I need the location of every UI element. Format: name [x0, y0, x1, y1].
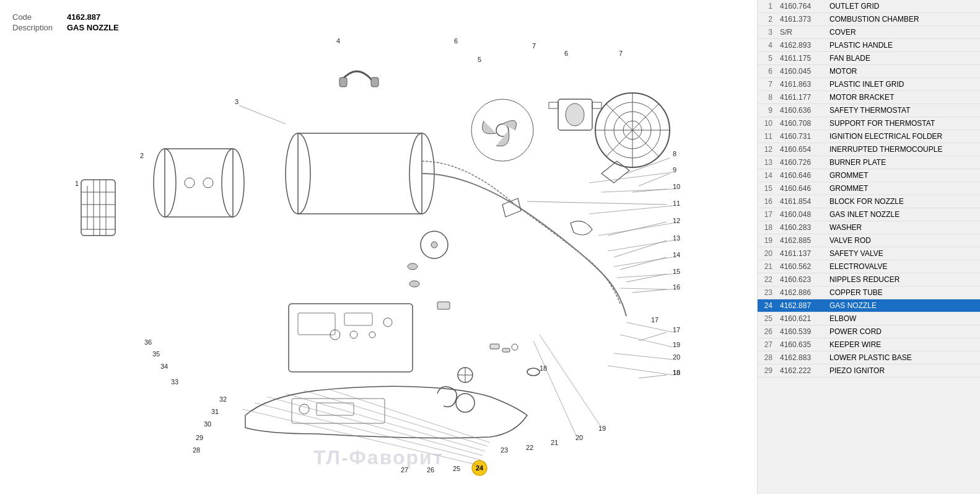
part-code: 4160.726 — [776, 156, 826, 169]
part-num: 14 — [758, 169, 776, 182]
table-row[interactable]: 5 4161.175 FAN BLADE — [758, 52, 980, 65]
table-row[interactable]: 29 4162.222 PIEZO IGNITOR — [758, 364, 980, 377]
part-desc: WASHER — [826, 221, 980, 234]
part-desc: OUTLET GRID — [826, 0, 980, 13]
part-num: 17 — [758, 208, 776, 221]
table-row[interactable]: 9 4160.636 SAFETY THERMOSTAT — [758, 104, 980, 117]
table-row[interactable]: 20 4161.137 SAFETY VALVE — [758, 247, 980, 260]
part-code: 4160.654 — [776, 143, 826, 156]
part-code: S/R — [776, 26, 826, 39]
table-row[interactable]: 10 4160.708 SUPPORT FOR THERMOSTAT — [758, 117, 980, 130]
table-row[interactable]: 21 4160.562 ELECTROVALVE — [758, 260, 980, 273]
part-desc: INERRUPTED THERMOCOUPLE — [826, 143, 980, 156]
part-code: 4160.623 — [776, 273, 826, 286]
table-row[interactable]: 7 4161.863 PLASTIC INLET GRID — [758, 78, 980, 91]
part-code: 4161.854 — [776, 195, 826, 208]
svg-rect-23 — [339, 77, 347, 87]
table-row[interactable]: 24 4162.887 GAS NOZZLE — [758, 299, 980, 312]
table-row[interactable]: 16 4161.854 BLOCK FOR NOZZLE — [758, 195, 980, 208]
table-row[interactable]: 3 S/R COVER — [758, 26, 980, 39]
part-num: 24 — [758, 299, 776, 312]
svg-text:24: 24 — [476, 464, 484, 472]
svg-text:4: 4 — [336, 37, 340, 45]
table-row[interactable]: 28 4162.883 LOWER PLASTIC BASE — [758, 351, 980, 364]
part-desc: IGNITION ELECTRICAL FOLDER — [826, 130, 980, 143]
desc-label: Description — [12, 23, 62, 32]
table-row[interactable]: 14 4160.646 GROMMET — [758, 169, 980, 182]
table-row[interactable]: 15 4160.646 GROMMET — [758, 182, 980, 195]
part-code: 4161.863 — [776, 78, 826, 91]
svg-text:19: 19 — [598, 425, 606, 432]
part-desc: GAS INLET NOZZLE — [826, 208, 980, 221]
part-desc: FAN BLADE — [826, 52, 980, 65]
part-code: 4160.764 — [776, 0, 826, 13]
svg-text:31: 31 — [211, 408, 219, 415]
part-num: 6 — [758, 65, 776, 78]
svg-text:7: 7 — [619, 50, 623, 57]
svg-text:12: 12 — [673, 217, 680, 224]
svg-text:11: 11 — [673, 200, 680, 207]
part-num: 5 — [758, 52, 776, 65]
part-num: 26 — [758, 325, 776, 338]
svg-text:9: 9 — [673, 166, 676, 174]
svg-rect-84 — [502, 348, 510, 352]
svg-text:28: 28 — [193, 446, 200, 454]
part-code: 4160.539 — [776, 325, 826, 338]
svg-point-58 — [408, 263, 418, 270]
table-row[interactable]: 19 4162.885 VALVE ROD — [758, 234, 980, 247]
table-row[interactable]: 13 4160.726 BURNER PLATE — [758, 156, 980, 169]
part-code: 4160.646 — [776, 182, 826, 195]
svg-text:10: 10 — [673, 183, 680, 190]
svg-text:20: 20 — [673, 353, 680, 361]
desc-value: GAS NOZZLE — [67, 23, 119, 32]
part-code: 4160.562 — [776, 260, 826, 273]
svg-rect-24 — [371, 77, 378, 87]
svg-rect-64 — [437, 302, 450, 309]
table-row[interactable]: 27 4160.635 KEEPER WIRE — [758, 338, 980, 351]
svg-text:19: 19 — [673, 341, 680, 348]
table-row[interactable]: 22 4160.623 NIPPLES REDUCER — [758, 273, 980, 286]
part-num: 10 — [758, 117, 776, 130]
svg-text:30: 30 — [204, 420, 211, 428]
svg-text:6: 6 — [564, 50, 568, 57]
part-code: 4162.886 — [776, 286, 826, 299]
svg-text:23: 23 — [501, 446, 508, 454]
part-code: 4162.887 — [776, 299, 826, 312]
svg-text:29: 29 — [196, 434, 203, 441]
table-row[interactable]: 17 4160.048 GAS INLET NOZZLE — [758, 208, 980, 221]
part-num: 3 — [758, 26, 776, 39]
part-desc: LOWER PLASTIC BASE — [826, 351, 980, 364]
table-row[interactable]: 26 4160.539 POWER CORD — [758, 325, 980, 338]
part-num: 19 — [758, 234, 776, 247]
table-row[interactable]: 11 4160.731 IGNITION ELECTRICAL FOLDER — [758, 130, 980, 143]
part-desc: SAFETY THERMOSTAT — [826, 104, 980, 117]
table-row[interactable]: 1 4160.764 OUTLET GRID — [758, 0, 980, 13]
svg-text:7: 7 — [532, 42, 536, 50]
part-num: 21 — [758, 260, 776, 273]
part-code: 4160.048 — [776, 208, 826, 221]
part-code: 4160.646 — [776, 169, 826, 182]
part-desc: COMBUSTION CHAMBER — [826, 13, 980, 26]
code-value: 4162.887 — [67, 12, 100, 22]
table-row[interactable]: 12 4160.654 INERRUPTED THERMOCOUPLE — [758, 143, 980, 156]
table-row[interactable]: 4 4162.893 PLASTIC HANDLE — [758, 39, 980, 52]
table-row[interactable]: 25 4160.621 ELBOW — [758, 312, 980, 325]
part-code: 4161.137 — [776, 247, 826, 260]
part-code: 4161.373 — [776, 13, 826, 26]
svg-text:15: 15 — [673, 268, 680, 275]
svg-point-61 — [409, 281, 419, 287]
part-num: 25 — [758, 312, 776, 325]
part-code: 4160.635 — [776, 338, 826, 351]
part-desc: MOTOR — [826, 65, 980, 78]
svg-text:8: 8 — [673, 150, 676, 157]
part-num: 2 — [758, 13, 776, 26]
part-num: 15 — [758, 182, 776, 195]
table-row[interactable]: 18 4160.283 WASHER — [758, 221, 980, 234]
table-row[interactable]: 2 4161.373 COMBUSTION CHAMBER — [758, 13, 980, 26]
table-row[interactable]: 8 4161.177 MOTOR BRACKET — [758, 91, 980, 104]
part-desc: PLASTIC INLET GRID — [826, 78, 980, 91]
exploded-diagram: 1 2 3 4 5 — [0, 0, 757, 494]
table-row[interactable]: 23 4162.886 COPPER TUBE — [758, 286, 980, 299]
table-row[interactable]: 6 4160.045 MOTOR — [758, 65, 980, 78]
svg-text:2: 2 — [140, 152, 144, 159]
